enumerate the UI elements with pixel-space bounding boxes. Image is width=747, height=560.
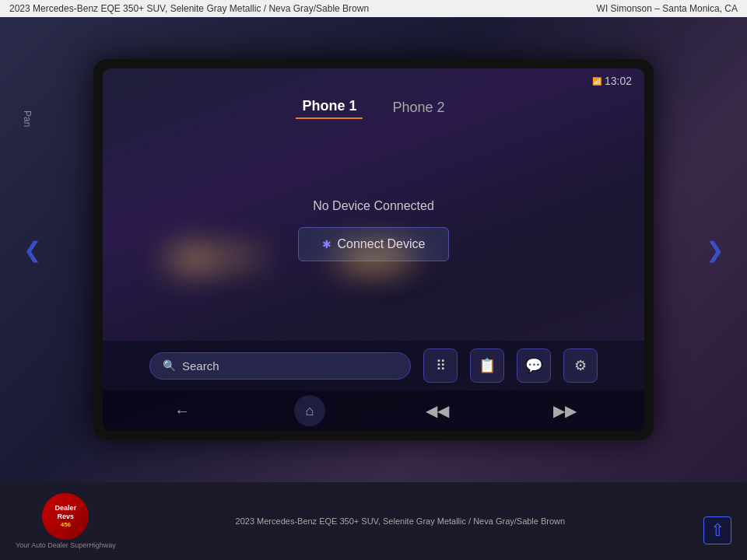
recent-calls-icon: 💬	[525, 357, 542, 374]
search-icon: 🔍	[163, 359, 176, 372]
search-label: Search	[182, 359, 219, 373]
no-device-text: No Device Connected	[313, 199, 434, 213]
top-bar: 2023 Mercedes-Benz EQE 350+ SUV, Selenit…	[0, 0, 747, 17]
dealer-location: WI Simonson – Santa Monica, CA	[597, 3, 738, 14]
contacts-button[interactable]: 📋	[470, 348, 504, 383]
dealer-logo-text: Dealer	[55, 504, 77, 513]
dealer-tagline: Your Auto Dealer SuperHighway	[16, 541, 116, 549]
grid-button[interactable]: ⠿	[423, 348, 458, 383]
ambient-light-1	[165, 247, 227, 271]
ambient-light-2	[223, 249, 262, 264]
settings-button[interactable]: ⚙	[563, 348, 598, 383]
bluetooth-icon: ✱	[322, 238, 331, 250]
screen-time-display: 📶 13:02	[592, 75, 632, 87]
tab-bar: Phone 1 Phone 2	[103, 90, 644, 119]
screen-content: No Device Connected ✱ Connect Device	[103, 119, 644, 341]
signal-icon: 📶	[592, 77, 601, 86]
prev-track-button[interactable]: ◀◀	[422, 395, 453, 426]
home-nav-button[interactable]: ⌂	[294, 395, 325, 426]
screen-bezel: 📶 13:02 Phone 1 Phone 2 No Device Connec…	[93, 59, 654, 440]
search-bar[interactable]: 🔍 Search	[149, 352, 411, 380]
bottom-caption: 2023 Mercedes-Benz EQE 350+ SUV, Selenit…	[236, 516, 566, 526]
tab-phone1[interactable]: Phone 1	[296, 95, 363, 119]
left-arrow-button[interactable]: ❮	[23, 237, 41, 263]
dealer-badge: 456	[55, 521, 77, 529]
screen-inner: 📶 13:02 Phone 1 Phone 2 No Device Connec…	[103, 68, 644, 431]
bottom-bar: Dealer Revs 456 Your Auto Dealer SuperHi…	[0, 482, 747, 560]
recent-calls-button[interactable]: 💬	[517, 348, 551, 383]
screen-toolbar: 🔍 Search ⠿ 📋 💬 ⚙	[103, 341, 644, 390]
page-title: 2023 Mercedes-Benz EQE 350+ SUV, Selenit…	[9, 3, 369, 14]
screen-top: 📶 13:02	[103, 68, 644, 90]
side-label: Pan	[22, 110, 33, 127]
next-track-button[interactable]: ▶▶	[549, 395, 580, 426]
scroll-up-button[interactable]: ⇧	[703, 516, 731, 544]
screen-nav: ← ⌂ ◀◀ ▶▶	[103, 390, 644, 431]
right-arrow-button[interactable]: ❯	[706, 237, 724, 263]
back-nav-button[interactable]: ←	[167, 395, 198, 426]
photo-area: ❮ Pan 📶 13:02 Phone 1 Phone 2	[0, 17, 747, 482]
ambient-light-4	[379, 249, 418, 264]
dealer-circle: Dealer Revs 456	[42, 493, 89, 540]
tab-phone2[interactable]: Phone 2	[386, 96, 451, 119]
gear-icon: ⚙	[574, 357, 587, 374]
contacts-icon: 📋	[479, 357, 496, 374]
dealer-logo: Dealer Revs 456 Your Auto Dealer SuperHi…	[16, 493, 116, 549]
dealer-revs-text: Revs	[55, 513, 77, 521]
grid-icon: ⠿	[436, 357, 446, 374]
